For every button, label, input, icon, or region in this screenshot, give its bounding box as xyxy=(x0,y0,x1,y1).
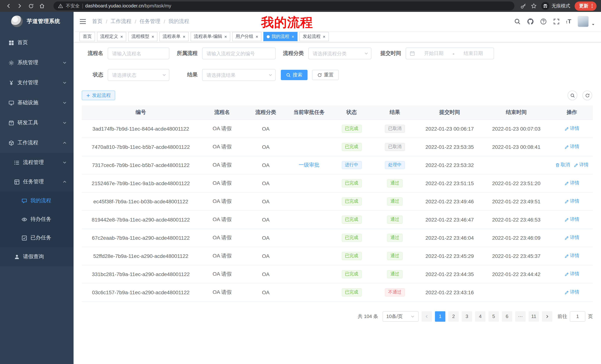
fullscreen-icon[interactable] xyxy=(553,18,560,25)
cell-status: 已完成 xyxy=(331,265,372,283)
prev-page-button[interactable] xyxy=(421,311,432,322)
task-link[interactable]: 一级审批 xyxy=(299,162,320,168)
table-row: 52ffd28e-7b9a-11ec-a290-acde48001122OA 请… xyxy=(82,247,593,265)
create-process-button[interactable]: 发起流程 xyxy=(82,91,115,100)
sidebar-item-process-management[interactable]: 流程管理 xyxy=(0,153,74,172)
url-text[interactable]: dashboard.yudao.iocoder.cn/bpm/task/my xyxy=(85,3,171,9)
goto-page-input[interactable] xyxy=(570,311,585,322)
cancel-link[interactable]: 取消 xyxy=(555,162,570,168)
tab-process-definition[interactable]: 流程定义× xyxy=(97,32,126,41)
detail-link[interactable]: 详情 xyxy=(564,144,579,150)
more-pages-button[interactable]: ··· xyxy=(515,311,526,322)
breadcrumb-item[interactable]: 任务管理 xyxy=(140,18,160,25)
close-icon[interactable]: × xyxy=(323,34,325,39)
page-button-6[interactable]: 6 xyxy=(502,311,512,322)
update-button[interactable]: 更新 xyxy=(575,1,597,10)
sidebar-item-done-task[interactable]: 已办任务 xyxy=(0,229,74,247)
tab-home[interactable]: 首页 xyxy=(80,32,95,41)
close-icon[interactable]: × xyxy=(151,34,154,39)
page-size-select[interactable]: 10条/页 xyxy=(383,311,419,322)
tab-start-process[interactable]: 发起流程× xyxy=(299,32,329,41)
sidebar-item-home[interactable]: 首页 xyxy=(0,33,74,53)
sidebar-item-system[interactable]: 系统管理 xyxy=(0,53,74,73)
search-button[interactable]: 搜索 xyxy=(281,70,308,80)
cell-current-task xyxy=(287,174,331,192)
sidebar-item-my-process[interactable]: 我的流程 xyxy=(0,192,74,210)
sidebar-toggle-button[interactable] xyxy=(80,18,86,25)
detail-link[interactable]: 详情 xyxy=(564,289,579,296)
sidebar-item-payment[interactable]: 支付管理 xyxy=(0,73,74,93)
page-button-11[interactable]: 11 xyxy=(529,311,539,322)
browser-back-button[interactable] xyxy=(4,1,13,11)
cell-result: 通过 xyxy=(372,247,418,265)
close-icon[interactable]: × xyxy=(291,34,294,39)
sidebar-item-leave-query[interactable]: 请假查询 xyxy=(0,247,74,266)
detail-link[interactable]: 详情 xyxy=(574,162,589,168)
cell-status: 已完成 xyxy=(331,119,372,138)
browser-home-button[interactable] xyxy=(37,1,47,11)
tab-process-form[interactable]: 流程表单× xyxy=(159,32,189,41)
end-date-placeholder[interactable]: 结束日期 xyxy=(457,50,490,57)
breadcrumb-item[interactable]: 工作流程 xyxy=(111,18,131,25)
next-page-button[interactable] xyxy=(542,311,552,322)
breadcrumb-item[interactable]: 首页 xyxy=(92,18,102,25)
edit-icon xyxy=(574,163,578,167)
reset-button[interactable]: 重置 xyxy=(312,70,339,80)
tab-process-model[interactable]: 流程模型× xyxy=(128,32,158,41)
password-key-icon[interactable] xyxy=(521,3,526,9)
help-icon[interactable] xyxy=(540,18,547,25)
monitor-icon xyxy=(9,100,14,105)
detail-link[interactable]: 详情 xyxy=(564,271,579,277)
toggle-search-button[interactable] xyxy=(568,91,577,100)
sidebar-item-infrastructure[interactable]: 基础设施 xyxy=(0,93,74,113)
page-button-1[interactable]: 1 xyxy=(435,311,445,322)
result-select-input[interactable] xyxy=(202,69,276,81)
detail-link[interactable]: 详情 xyxy=(564,253,579,259)
status-select[interactable] xyxy=(108,69,169,81)
close-icon[interactable]: × xyxy=(120,34,123,39)
github-icon[interactable] xyxy=(527,18,534,25)
tab-my-process[interactable]: 我的流程× xyxy=(263,32,298,41)
tab-user-group[interactable]: 用户分组× xyxy=(232,32,261,41)
sidebar-item-workflow[interactable]: 工作流程 xyxy=(0,133,74,153)
breadcrumb: 首页/工作流程/任务管理/我的流程 xyxy=(92,18,189,25)
search-button-label: 搜索 xyxy=(293,72,302,78)
avatar[interactable] xyxy=(578,16,589,27)
status-select-input[interactable] xyxy=(108,69,169,81)
sidebar-item-todo-task[interactable]: 待办任务 xyxy=(0,210,74,229)
browser-forward-button[interactable] xyxy=(15,1,25,11)
yen-icon xyxy=(9,80,14,86)
kebab-menu-icon[interactable] xyxy=(590,3,595,9)
sidebar-item-task-management[interactable]: 任务管理 xyxy=(0,172,74,192)
page-button-5[interactable]: 5 xyxy=(489,311,499,322)
category-select-input[interactable] xyxy=(308,48,371,59)
detail-link[interactable]: 详情 xyxy=(564,198,579,205)
detail-link[interactable]: 详情 xyxy=(564,126,579,132)
detail-link[interactable]: 详情 xyxy=(564,180,579,186)
category-select[interactable] xyxy=(308,48,371,59)
security-label[interactable]: 不安全 xyxy=(66,3,80,9)
avatar-caret-icon[interactable] xyxy=(591,23,595,26)
detail-link[interactable]: 详情 xyxy=(564,217,579,223)
detail-link[interactable]: 详情 xyxy=(564,235,579,241)
page-button-2[interactable]: 2 xyxy=(448,311,459,322)
font-size-icon[interactable]: tT xyxy=(566,18,571,25)
close-icon[interactable]: × xyxy=(256,34,258,39)
process-definition-input[interactable] xyxy=(202,48,276,59)
close-icon[interactable]: × xyxy=(183,34,185,39)
url-bar[interactable]: 不安全 dashboard.yudao.iocoder.cn/bpm/task/… xyxy=(53,1,514,10)
search-icon[interactable] xyxy=(514,18,521,25)
bookmark-star-icon[interactable] xyxy=(531,3,537,9)
process-name-input[interactable] xyxy=(108,48,169,59)
page-button-3[interactable]: 3 xyxy=(462,311,472,322)
close-icon[interactable]: × xyxy=(224,34,227,39)
table-header-row: 编号流程名流程分类当前审批任务状态结果提交时间结束时间操作 xyxy=(82,105,593,119)
submit-time-range-picker[interactable]: 开始日期 - 结束日期 xyxy=(406,48,494,59)
browser-reload-button[interactable] xyxy=(26,1,36,11)
refresh-table-button[interactable] xyxy=(582,91,592,100)
page-button-4[interactable]: 4 xyxy=(475,311,485,322)
start-date-placeholder[interactable]: 开始日期 xyxy=(417,50,451,57)
sidebar-item-devtools[interactable]: 研发工具 xyxy=(0,113,74,133)
result-select[interactable] xyxy=(202,69,276,81)
tab-process-form-edit[interactable]: 流程表单-编辑× xyxy=(190,32,230,41)
